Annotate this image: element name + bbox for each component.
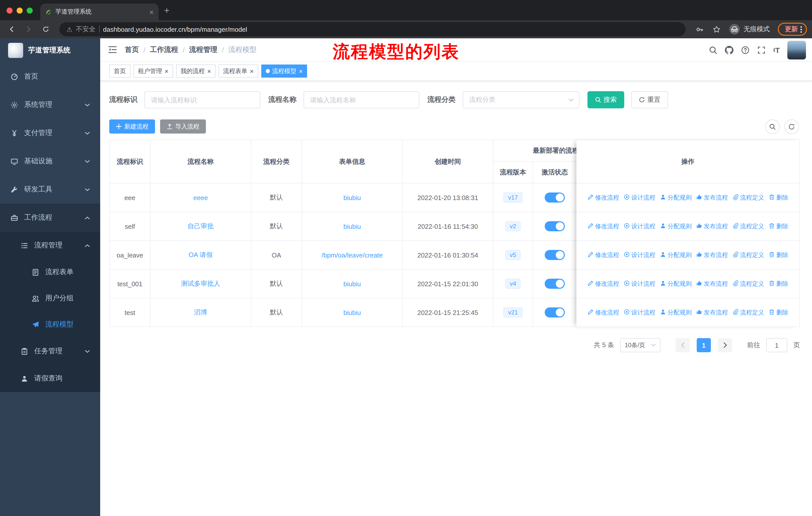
reset-button[interactable]: 重置	[631, 91, 668, 108]
next-page-button[interactable]	[718, 338, 732, 352]
new-tab-button[interactable]: +	[164, 6, 169, 15]
process-category-select[interactable]: 流程分类	[463, 91, 579, 108]
active-status-toggle[interactable]	[545, 192, 565, 202]
action-edit-link[interactable]: 修改流程	[587, 279, 619, 288]
browser-tab[interactable]: 芋道管理系统 ×	[40, 3, 158, 20]
action-delete-link[interactable]: 删除	[769, 222, 788, 230]
form-info-link[interactable]: biubiu	[343, 280, 361, 288]
zoom-window-button[interactable]	[27, 7, 33, 13]
refresh-table-button[interactable]	[784, 119, 799, 134]
sidebar-item-process-management[interactable]: 流程管理	[0, 232, 100, 259]
action-assign-link[interactable]: 分配规则	[660, 222, 692, 230]
action-publish-link[interactable]: 发布流程	[696, 193, 728, 202]
header-search-icon[interactable]	[709, 46, 717, 54]
bookmark-star-icon[interactable]	[710, 23, 723, 36]
search-button[interactable]: 搜索	[587, 91, 624, 108]
active-status-toggle[interactable]	[545, 250, 565, 260]
action-edit-link[interactable]: 修改流程	[587, 251, 619, 259]
page-1-button[interactable]: 1	[697, 338, 711, 352]
action-edit-link[interactable]: 修改流程	[587, 222, 619, 230]
action-definition-link[interactable]: 流程定义	[732, 193, 764, 202]
sidebar-item-payment[interactable]: 支付管理	[0, 119, 100, 147]
action-assign-link[interactable]: 分配规则	[660, 308, 692, 317]
action-publish-link[interactable]: 发布流程	[696, 222, 728, 230]
minimize-window-button[interactable]	[17, 7, 23, 13]
page-size-select[interactable]: 10条/页	[620, 338, 661, 352]
close-tag-icon[interactable]: ×	[165, 68, 168, 74]
sidebar-item-task-management[interactable]: 任务管理	[0, 337, 100, 365]
github-icon[interactable]	[725, 46, 733, 54]
action-delete-link[interactable]: 删除	[769, 308, 788, 317]
tag-1[interactable]: 租户管理×	[134, 64, 173, 78]
goto-page-input[interactable]	[766, 338, 787, 352]
password-key-icon[interactable]	[693, 23, 706, 36]
sidebar-item-process-model[interactable]: 流程模型	[0, 311, 100, 337]
action-design-link[interactable]: 设计流程	[624, 308, 656, 317]
action-edit-link[interactable]: 修改流程	[587, 193, 619, 202]
active-status-toggle[interactable]	[545, 279, 565, 289]
sidebar-item-workflow[interactable]: 工作流程	[0, 203, 100, 232]
process-name-link[interactable]: eeee	[193, 194, 208, 201]
sidebar-item-devtools[interactable]: 研发工具	[0, 175, 100, 203]
create-process-button[interactable]: 新建流程	[109, 119, 155, 134]
active-status-toggle[interactable]	[545, 221, 565, 231]
url-bar[interactable]: ⚠ 不安全 dashboard.yudao.iocoder.cn/bpm/man…	[59, 22, 686, 36]
back-button[interactable]	[5, 23, 18, 36]
action-edit-link[interactable]: 修改流程	[587, 308, 619, 317]
sidebar-item-user-group[interactable]: 用户分组	[0, 285, 100, 311]
action-publish-link[interactable]: 发布流程	[696, 308, 728, 317]
import-process-button[interactable]: 导入流程	[160, 119, 206, 134]
process-name-input[interactable]	[303, 91, 419, 108]
action-definition-link[interactable]: 流程定义	[732, 222, 764, 230]
breadcrumb-item-process-management[interactable]: 流程管理	[189, 45, 218, 54]
close-window-button[interactable]	[6, 7, 12, 13]
process-name-link[interactable]: 自己审批	[187, 222, 214, 231]
help-icon[interactable]	[741, 46, 750, 54]
process-key-input[interactable]	[144, 91, 260, 108]
breadcrumb-item-workflow[interactable]: 工作流程	[150, 45, 178, 54]
toggle-search-button[interactable]	[765, 119, 780, 134]
tag-3[interactable]: 流程表单×	[219, 64, 258, 78]
action-definition-link[interactable]: 流程定义	[732, 308, 764, 317]
action-delete-link[interactable]: 删除	[769, 193, 788, 202]
fullscreen-icon[interactable]	[757, 46, 766, 54]
close-tag-icon[interactable]: ×	[207, 68, 211, 74]
action-delete-link[interactable]: 删除	[769, 279, 788, 288]
forward-button[interactable]	[22, 23, 35, 36]
action-design-link[interactable]: 设计流程	[624, 222, 656, 230]
action-assign-link[interactable]: 分配规则	[660, 193, 692, 202]
tag-0[interactable]: 首页	[109, 64, 130, 78]
prev-page-button[interactable]	[675, 338, 690, 352]
update-button[interactable]: 更新	[778, 23, 807, 36]
action-definition-link[interactable]: 流程定义	[732, 251, 764, 259]
action-assign-link[interactable]: 分配规则	[660, 279, 692, 288]
process-name-link[interactable]: 滔博	[194, 308, 207, 317]
action-assign-link[interactable]: 分配规则	[660, 251, 692, 259]
form-info-link[interactable]: biubiu	[343, 194, 361, 201]
process-name-link[interactable]: 测试多审批人	[181, 279, 220, 288]
action-publish-link[interactable]: 发布流程	[696, 279, 728, 288]
sidebar-item-home[interactable]: 首页	[0, 62, 100, 91]
form-info-link[interactable]: biubiu	[343, 309, 361, 316]
tag-2[interactable]: 我的流程×	[176, 64, 215, 78]
action-delete-link[interactable]: 删除	[769, 251, 788, 259]
action-design-link[interactable]: 设计流程	[624, 279, 656, 288]
active-status-toggle[interactable]	[545, 307, 565, 318]
reload-button[interactable]	[39, 23, 52, 36]
sidebar-collapse-icon[interactable]	[100, 45, 125, 54]
action-publish-link[interactable]: 发布流程	[696, 251, 728, 259]
browser-menu-kebab-icon[interactable]	[801, 26, 802, 32]
close-tab-icon[interactable]: ×	[149, 8, 153, 16]
user-avatar[interactable]	[787, 40, 806, 59]
form-info-link[interactable]: biubiu	[343, 222, 361, 230]
form-info-link[interactable]: /bpm/oa/leave/create	[322, 251, 383, 259]
sidebar-item-infrastructure[interactable]: 基础设施	[0, 147, 100, 175]
sidebar-item-process-form[interactable]: 流程表单	[0, 259, 100, 285]
close-tag-icon[interactable]: ×	[250, 68, 254, 74]
tag-active-4[interactable]: 流程模型×	[261, 64, 307, 78]
action-design-link[interactable]: 设计流程	[624, 251, 656, 259]
action-definition-link[interactable]: 流程定义	[732, 279, 764, 288]
sidebar-item-leave-query[interactable]: 请假查询	[0, 365, 100, 392]
process-name-link[interactable]: OA 请假	[188, 250, 212, 260]
breadcrumb-item-home[interactable]: 首页	[125, 45, 139, 54]
